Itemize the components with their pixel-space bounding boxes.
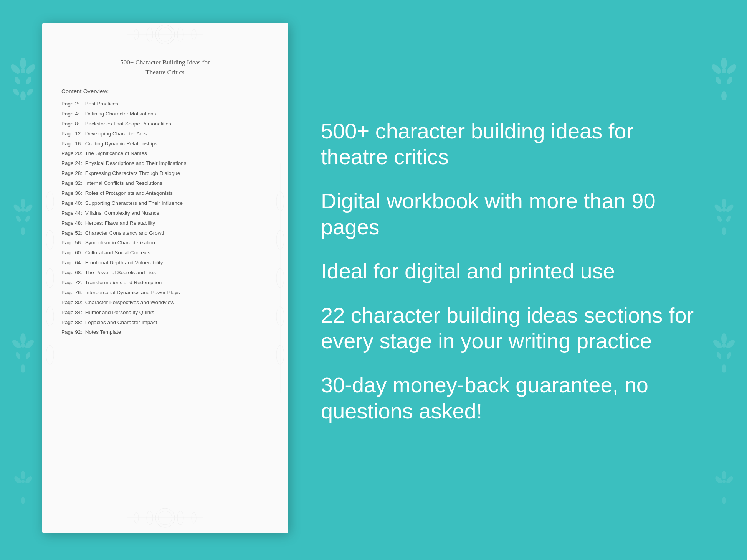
svg-point-23: [15, 352, 21, 360]
toc-title: Cultural and Social Contexts: [84, 250, 150, 255]
table-of-contents-item: Page 2: Best Practices: [61, 100, 269, 108]
table-of-contents-item: Page 80: Character Perspectives and Worl…: [61, 299, 269, 306]
doc-left-ornament: [42, 163, 58, 393]
toc-page-number: Page 36:: [61, 190, 84, 197]
toc-page-number: Page 48:: [61, 220, 84, 227]
doc-right-ornament: [273, 163, 288, 393]
svg-point-7: [20, 91, 26, 100]
svg-point-17: [21, 227, 25, 235]
svg-point-59: [722, 480, 726, 483]
feature-text: Digital workbook with more than 90 pages: [321, 188, 697, 239]
toc-page-number: Page 84:: [61, 309, 84, 316]
toc-title: Interpersonal Dynamics and Power Plays: [84, 290, 180, 295]
svg-point-58: [725, 475, 734, 484]
table-of-contents-item: Page 24: Physical Descriptions and Their…: [61, 160, 269, 167]
table-of-contents-item: Page 56: Symbolism in Characterization: [61, 239, 269, 247]
svg-point-37: [714, 76, 722, 85]
table-of-contents-item: Page 92: Notes Template: [61, 329, 269, 336]
svg-point-3: [21, 69, 25, 73]
svg-point-9: [26, 87, 34, 96]
toc-page-number: Page 56:: [61, 239, 84, 247]
svg-point-46: [725, 215, 732, 223]
toc-title: Roles of Protagonists and Antagonists: [84, 190, 173, 196]
right-panel: 500+ character building ideas for theatr…: [321, 118, 697, 442]
toc-page-number: Page 2:: [61, 100, 84, 108]
table-of-contents-item: Page 76: Interpersonal Dynamics and Powe…: [61, 289, 269, 296]
feature-text: Ideal for digital and printed use: [321, 258, 697, 283]
table-of-contents-item: Page 12: Developing Character Arcs: [61, 130, 269, 138]
feature-text: 500+ character building ideas for theatr…: [321, 118, 697, 170]
toc-title: The Power of Secrets and Lies: [84, 270, 156, 275]
toc-page-number: Page 4:: [61, 110, 84, 118]
toc-page-number: Page 12:: [61, 130, 84, 138]
table-of-contents-item: Page 16: Crafting Dynamic Relationships: [61, 140, 269, 148]
toc-page-number: Page 68:: [61, 269, 84, 277]
table-of-contents: Page 2: Best PracticesPage 4: Defining C…: [61, 100, 269, 339]
svg-point-0: [20, 58, 26, 69]
content-overview-label: Content Overview:: [61, 88, 269, 94]
toc-title: Character Perspectives and Worldview: [84, 300, 174, 305]
svg-point-47: [722, 227, 726, 235]
toc-title: Heroes: Flaws and Relatability: [84, 220, 155, 226]
svg-point-15: [15, 215, 22, 223]
svg-point-18: [20, 333, 26, 344]
toc-title: Expressing Characters Through Dialogue: [84, 170, 180, 176]
toc-page-number: Page 64:: [61, 259, 84, 267]
toc-title: Crafting Dynamic Relationships: [84, 141, 157, 147]
toc-page-number: Page 28:: [61, 170, 84, 177]
svg-point-43: [722, 208, 726, 212]
toc-title: Symbolism in Characterization: [84, 240, 155, 245]
svg-point-54: [726, 352, 732, 360]
doc-top-ornament: [107, 23, 223, 46]
toc-page-number: Page 40:: [61, 200, 84, 207]
toc-page-number: Page 32:: [61, 180, 84, 187]
svg-point-61: [722, 497, 726, 504]
floral-right-decoration: [701, 0, 747, 560]
document-title: 500+ Character Building Ideas for Theatr…: [61, 58, 269, 77]
svg-point-2: [25, 63, 37, 76]
svg-point-25: [21, 364, 25, 373]
toc-title: Humor and Personality Quirks: [84, 310, 154, 315]
toc-page-number: Page 16:: [61, 140, 84, 148]
svg-point-56: [722, 471, 726, 479]
svg-point-28: [24, 475, 33, 484]
svg-point-51: [722, 344, 726, 348]
table-of-contents-item: Page 64: Emotional Depth and Vulnerabili…: [61, 259, 269, 267]
svg-point-33: [710, 63, 723, 76]
svg-point-32: [721, 58, 727, 69]
svg-point-26: [21, 471, 25, 479]
svg-point-35: [722, 69, 726, 73]
svg-point-10: [21, 199, 25, 208]
floral-left-decoration: [0, 0, 46, 560]
table-of-contents-item: Page 4: Defining Character Motivations: [61, 110, 269, 118]
feature-text: 22 character building ideas sections for…: [321, 302, 697, 354]
svg-point-12: [24, 203, 33, 213]
toc-title: Backstories That Shape Personalities: [84, 121, 171, 127]
toc-title: Best Practices: [84, 101, 118, 107]
svg-point-6: [25, 76, 33, 85]
table-of-contents-item: Page 48: Heroes: Flaws and Relatability: [61, 220, 269, 227]
toc-page-number: Page 76:: [61, 289, 84, 296]
toc-title: Transformations and Redemption: [84, 280, 162, 285]
svg-point-48: [721, 333, 727, 344]
toc-page-number: Page 20:: [61, 150, 84, 157]
toc-title: The Significance of Names: [84, 150, 147, 156]
toc-title: Character Consistency and Growth: [84, 230, 166, 236]
toc-title: Notes Template: [84, 329, 121, 335]
svg-point-53: [716, 352, 722, 360]
table-of-contents-item: Page 20: The Significance of Names: [61, 150, 269, 157]
toc-title: Developing Character Arcs: [84, 131, 147, 137]
table-of-contents-item: Page 44: Villains: Complexity and Nuance: [61, 210, 269, 217]
table-of-contents-item: Page 36: Roles of Protagonists and Antag…: [61, 190, 269, 197]
svg-point-1: [9, 63, 22, 76]
toc-title: Defining Character Motivations: [84, 111, 156, 117]
table-of-contents-item: Page 72: Transformations and Redemption: [61, 279, 269, 287]
svg-point-40: [722, 199, 726, 208]
doc-bottom-ornament: [107, 506, 223, 529]
table-of-contents-item: Page 52: Character Consistency and Growt…: [61, 230, 269, 237]
toc-title: Physical Descriptions and Their Implicat…: [84, 160, 187, 166]
svg-point-16: [24, 215, 31, 223]
svg-point-5: [13, 76, 21, 85]
toc-title: Legacies and Character Impact: [84, 320, 157, 325]
svg-point-11: [12, 203, 22, 213]
